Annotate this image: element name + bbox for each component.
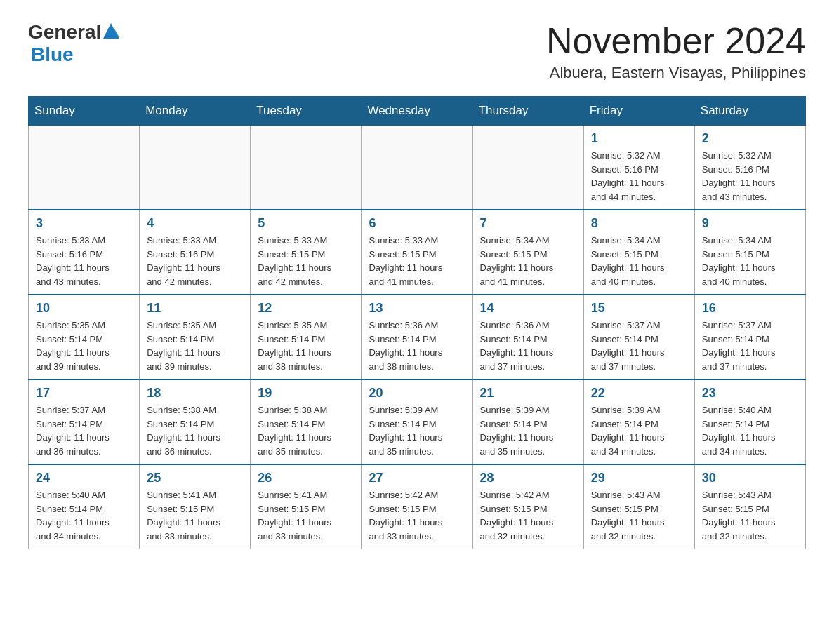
day-number: 16 [702,301,798,316]
day-info: Sunrise: 5:36 AMSunset: 5:14 PMDaylight:… [480,318,576,373]
table-row: 29Sunrise: 5:43 AMSunset: 5:15 PMDayligh… [583,464,694,549]
day-number: 5 [258,216,354,231]
logo-triangle-icon [103,23,119,41]
day-info: Sunrise: 5:33 AMSunset: 5:16 PMDaylight:… [147,234,243,288]
col-wednesday: Wednesday [362,97,472,126]
table-row: 9Sunrise: 5:34 AMSunset: 5:15 PMDaylight… [694,210,805,295]
day-info: Sunrise: 5:33 AMSunset: 5:15 PMDaylight:… [258,234,354,288]
day-number: 27 [369,471,465,485]
day-number: 20 [369,386,465,401]
calendar-header-row: Sunday Monday Tuesday Wednesday Thursday… [29,97,806,126]
day-info: Sunrise: 5:33 AMSunset: 5:15 PMDaylight:… [369,234,465,288]
table-row: 25Sunrise: 5:41 AMSunset: 5:15 PMDayligh… [140,464,251,549]
day-number: 15 [591,301,687,316]
day-number: 6 [369,216,465,231]
day-info: Sunrise: 5:37 AMSunset: 5:14 PMDaylight:… [591,318,687,373]
logo: General Blue [28,21,119,66]
day-number: 26 [258,471,354,485]
col-thursday: Thursday [472,97,583,126]
calendar-week-row: 3Sunrise: 5:33 AMSunset: 5:16 PMDaylight… [29,210,806,295]
day-info: Sunrise: 5:35 AMSunset: 5:14 PMDaylight:… [36,318,132,373]
day-number: 8 [591,216,687,231]
month-title: November 2024 [546,21,806,61]
day-info: Sunrise: 5:32 AMSunset: 5:16 PMDaylight:… [591,149,687,203]
table-row: 16Sunrise: 5:37 AMSunset: 5:14 PMDayligh… [694,295,805,380]
day-info: Sunrise: 5:39 AMSunset: 5:14 PMDaylight:… [591,403,687,458]
day-number: 3 [36,216,132,231]
day-number: 14 [480,301,576,316]
day-info: Sunrise: 5:41 AMSunset: 5:15 PMDaylight:… [258,488,354,543]
calendar-week-row: 24Sunrise: 5:40 AMSunset: 5:14 PMDayligh… [29,464,806,549]
table-row: 2Sunrise: 5:32 AMSunset: 5:16 PMDaylight… [694,126,805,210]
table-row: 22Sunrise: 5:39 AMSunset: 5:14 PMDayligh… [583,380,694,464]
day-info: Sunrise: 5:42 AMSunset: 5:15 PMDaylight:… [369,488,465,543]
location-title: Albuera, Eastern Visayas, Philippines [546,64,806,82]
col-sunday: Sunday [29,97,140,126]
day-number: 30 [702,471,798,485]
day-info: Sunrise: 5:41 AMSunset: 5:15 PMDaylight:… [147,488,243,543]
table-row: 15Sunrise: 5:37 AMSunset: 5:14 PMDayligh… [583,295,694,380]
table-row: 8Sunrise: 5:34 AMSunset: 5:15 PMDaylight… [583,210,694,295]
day-info: Sunrise: 5:34 AMSunset: 5:15 PMDaylight:… [702,234,798,288]
day-info: Sunrise: 5:42 AMSunset: 5:15 PMDaylight:… [480,488,576,543]
table-row: 10Sunrise: 5:35 AMSunset: 5:14 PMDayligh… [29,295,140,380]
table-row: 19Sunrise: 5:38 AMSunset: 5:14 PMDayligh… [251,380,362,464]
table-row: 21Sunrise: 5:39 AMSunset: 5:14 PMDayligh… [472,380,583,464]
day-number: 2 [702,131,798,146]
table-row: 24Sunrise: 5:40 AMSunset: 5:14 PMDayligh… [29,464,140,549]
day-info: Sunrise: 5:39 AMSunset: 5:14 PMDaylight:… [480,403,576,458]
table-row [251,126,362,210]
page-header: General Blue November 2024 Albuera, East… [28,21,806,82]
table-row [362,126,472,210]
day-number: 23 [702,386,798,401]
day-info: Sunrise: 5:35 AMSunset: 5:14 PMDaylight:… [258,318,354,373]
day-info: Sunrise: 5:33 AMSunset: 5:16 PMDaylight:… [36,234,132,288]
day-info: Sunrise: 5:40 AMSunset: 5:14 PMDaylight:… [36,488,132,543]
table-row [472,126,583,210]
table-row: 27Sunrise: 5:42 AMSunset: 5:15 PMDayligh… [362,464,472,549]
day-number: 29 [591,471,687,485]
day-info: Sunrise: 5:40 AMSunset: 5:14 PMDaylight:… [702,403,798,458]
day-info: Sunrise: 5:34 AMSunset: 5:15 PMDaylight:… [591,234,687,288]
day-info: Sunrise: 5:38 AMSunset: 5:14 PMDaylight:… [258,403,354,458]
day-number: 19 [258,386,354,401]
day-number: 12 [258,301,354,316]
day-info: Sunrise: 5:32 AMSunset: 5:16 PMDaylight:… [702,149,798,203]
table-row: 28Sunrise: 5:42 AMSunset: 5:15 PMDayligh… [472,464,583,549]
title-area: November 2024 Albuera, Eastern Visayas, … [546,21,806,82]
table-row: 17Sunrise: 5:37 AMSunset: 5:14 PMDayligh… [29,380,140,464]
col-tuesday: Tuesday [251,97,362,126]
table-row: 23Sunrise: 5:40 AMSunset: 5:14 PMDayligh… [694,380,805,464]
table-row: 7Sunrise: 5:34 AMSunset: 5:15 PMDaylight… [472,210,583,295]
table-row: 3Sunrise: 5:33 AMSunset: 5:16 PMDaylight… [29,210,140,295]
day-number: 21 [480,386,576,401]
day-number: 22 [591,386,687,401]
day-number: 25 [147,471,243,485]
calendar-table: Sunday Monday Tuesday Wednesday Thursday… [28,96,806,549]
day-info: Sunrise: 5:34 AMSunset: 5:15 PMDaylight:… [480,234,576,288]
day-info: Sunrise: 5:43 AMSunset: 5:15 PMDaylight:… [702,488,798,543]
table-row: 4Sunrise: 5:33 AMSunset: 5:16 PMDaylight… [140,210,251,295]
day-number: 28 [480,471,576,485]
table-row: 5Sunrise: 5:33 AMSunset: 5:15 PMDaylight… [251,210,362,295]
table-row: 30Sunrise: 5:43 AMSunset: 5:15 PMDayligh… [694,464,805,549]
day-number: 1 [591,131,687,146]
day-number: 17 [36,386,132,401]
day-number: 24 [36,471,132,485]
calendar-week-row: 17Sunrise: 5:37 AMSunset: 5:14 PMDayligh… [29,380,806,464]
table-row: 14Sunrise: 5:36 AMSunset: 5:14 PMDayligh… [472,295,583,380]
col-friday: Friday [583,97,694,126]
table-row: 1Sunrise: 5:32 AMSunset: 5:16 PMDaylight… [583,126,694,210]
table-row [140,126,251,210]
logo-blue-text: Blue [31,43,74,65]
day-number: 11 [147,301,243,316]
col-saturday: Saturday [694,97,805,126]
table-row: 11Sunrise: 5:35 AMSunset: 5:14 PMDayligh… [140,295,251,380]
table-row: 20Sunrise: 5:39 AMSunset: 5:14 PMDayligh… [362,380,472,464]
col-monday: Monday [140,97,251,126]
table-row: 6Sunrise: 5:33 AMSunset: 5:15 PMDaylight… [362,210,472,295]
table-row [29,126,140,210]
day-info: Sunrise: 5:36 AMSunset: 5:14 PMDaylight:… [369,318,465,373]
day-info: Sunrise: 5:37 AMSunset: 5:14 PMDaylight:… [702,318,798,373]
logo-general-text: General [28,21,101,43]
